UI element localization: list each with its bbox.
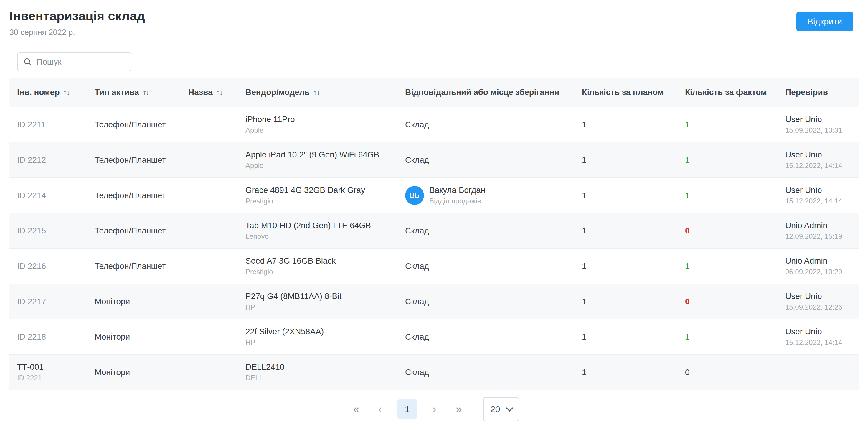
cell-inv-number: ID 2214 — [9, 191, 86, 200]
search-box[interactable] — [17, 53, 131, 71]
checked-by-name: Unio Admin — [785, 221, 859, 230]
cell-checked-by: User Unio15.09.2022, 13:31 — [777, 115, 859, 135]
cell-inv-number: ID 2216 — [9, 261, 86, 271]
cell-inv-number: ID 2218 — [9, 332, 86, 342]
model-label: Apple iPad 10.2'' (9 Gen) WiFi 64GB — [245, 150, 397, 160]
table-row[interactable]: ID 2216Телефон/ПланшетSeed A7 3G 16GB Bl… — [9, 249, 859, 284]
model-label: Grace 4891 4G 32GB Dark Gray — [245, 185, 397, 195]
pagination-prev-button[interactable]: ‹ — [373, 402, 387, 416]
inv-number-primary: ID 2211 — [17, 120, 86, 130]
cell-asset-type: Монітори — [86, 297, 180, 306]
cell-asset-type: Телефон/Планшет — [86, 191, 180, 200]
table-row[interactable]: ID 2211Телефон/ПланшетiPhone 11ProAppleС… — [9, 107, 859, 142]
table-row[interactable]: ID 2218Монітори22f Silver (2XN58AA)HPСкл… — [9, 319, 859, 355]
sort-icon: ↑↓ — [216, 88, 222, 97]
cell-checked-by: Unio Admin12.09.2022, 15:19 — [777, 221, 859, 240]
cell-inv-number: ID 2211 — [9, 120, 86, 130]
model-label: DELL2410 — [245, 362, 397, 372]
qty-fact-value: 1 — [685, 120, 690, 129]
responsible-text: Вакула БогданВідділ продажів — [429, 185, 485, 205]
inventory-page: Інвентаризація склад 30 серпня 2022 р. В… — [0, 0, 868, 431]
asset-type-label: Телефон/Планшет — [95, 191, 165, 200]
pagination-first-button[interactable]: « — [349, 402, 363, 416]
cell-vendor-model: P27q G4 (8MB11AA) 8-BitHP — [237, 292, 397, 311]
cell-qty-fact: 1 — [677, 332, 777, 342]
storage-place-label: Склад — [405, 297, 429, 306]
qty-plan-value: 1 — [582, 261, 587, 270]
search-icon — [23, 57, 32, 67]
cell-responsible: Склад — [397, 332, 574, 342]
responsible-department: Відділ продажів — [429, 197, 485, 205]
cell-responsible: ВБВакула БогданВідділ продажів — [397, 185, 574, 205]
cell-qty-plan: 1 — [574, 261, 677, 271]
cell-qty-fact: 1 — [677, 120, 777, 130]
cell-checked-by: User Unio15.12.2022, 14:14 — [777, 327, 859, 347]
vendor-label: Apple — [245, 126, 397, 135]
cell-qty-plan: 1 — [574, 120, 677, 130]
column-label: Кількість за фактом — [685, 88, 767, 97]
vendor-label: HP — [245, 339, 397, 347]
checked-by-name: User Unio — [785, 150, 859, 160]
page-title: Інвентаризація склад — [9, 9, 145, 23]
vendor-label: Apple — [245, 162, 397, 170]
cell-qty-plan: 1 — [574, 226, 677, 235]
page-size-value: 20 — [490, 404, 500, 414]
table-row[interactable]: ID 2215Телефон/ПланшетTab M10 HD (2nd Ge… — [9, 213, 859, 249]
pagination-next-button[interactable]: › — [427, 402, 441, 416]
cell-vendor-model: Grace 4891 4G 32GB Dark GrayPrestigio — [237, 185, 397, 205]
open-button[interactable]: Відкрити — [797, 12, 853, 31]
column-label: Назва — [188, 88, 212, 97]
cell-asset-type: Монітори — [86, 368, 180, 377]
model-label: Tab M10 HD (2nd Gen) LTE 64GB — [245, 221, 397, 230]
column-label: Вендор/модель — [245, 88, 310, 97]
column-header-vendor-model[interactable]: Вендор/модель ↑↓ — [237, 88, 397, 97]
qty-plan-value: 1 — [582, 368, 587, 377]
page-size-select[interactable]: 20 — [483, 397, 519, 421]
column-header-asset-type[interactable]: Тип актива ↑↓ — [86, 88, 180, 97]
qty-fact-value: 0 — [685, 368, 690, 377]
cell-qty-fact: 1 — [677, 261, 777, 271]
table-row[interactable]: ID 2214Телефон/ПланшетGrace 4891 4G 32GB… — [9, 178, 859, 213]
cell-asset-type: Монітори — [86, 332, 180, 342]
asset-type-label: Монітори — [95, 297, 130, 306]
vendor-label: Prestigio — [245, 268, 397, 276]
cell-responsible: Склад — [397, 226, 574, 235]
checked-by-name: User Unio — [785, 292, 859, 301]
page-header: Інвентаризація склад 30 серпня 2022 р. В… — [0, 0, 868, 37]
cell-asset-type: Телефон/Планшет — [86, 155, 180, 165]
cell-vendor-model: DELL2410DELL — [237, 362, 397, 382]
storage-place-label: Склад — [405, 120, 429, 130]
column-header-responsible: Відповідальний або місце зберігання — [397, 88, 574, 97]
storage-place-label: Склад — [405, 261, 429, 271]
search-area — [0, 37, 868, 71]
pagination-last-button[interactable]: » — [452, 402, 466, 416]
pagination-current-page[interactable]: 1 — [397, 399, 417, 419]
checked-at: 12.09.2022, 15:19 — [785, 232, 859, 240]
storage-place-label: Склад — [405, 368, 429, 377]
cell-asset-type: Телефон/Планшет — [86, 120, 180, 130]
inv-number-primary: ID 2218 — [17, 332, 86, 342]
qty-plan-value: 1 — [582, 226, 587, 235]
responsible-name: Вакула Богдан — [429, 185, 485, 195]
cell-inv-number: ID 2212 — [9, 155, 86, 165]
vendor-label: DELL — [245, 374, 397, 382]
qty-fact-value: 0 — [685, 226, 690, 235]
sort-icon: ↑↓ — [63, 88, 69, 97]
inv-number-primary: ID 2215 — [17, 226, 86, 235]
search-input[interactable] — [36, 57, 125, 67]
column-header-name[interactable]: Назва ↑↓ — [180, 88, 237, 97]
vendor-label: Lenovo — [245, 232, 397, 240]
column-label: Інв. номер — [17, 88, 60, 97]
model-label: iPhone 11Pro — [245, 115, 397, 124]
cell-responsible: Склад — [397, 368, 574, 377]
table-row[interactable]: ID 2212Телефон/ПланшетApple iPad 10.2'' … — [9, 142, 859, 178]
table-row[interactable]: ТТ-001ID 2221МоніториDELL2410DELLСклад10 — [9, 355, 859, 390]
column-header-inv-number[interactable]: Інв. номер ↑↓ — [9, 88, 86, 97]
model-label: 22f Silver (2XN58AA) — [245, 327, 397, 336]
table-row[interactable]: ID 2217МоніториP27q G4 (8MB11AA) 8-BitHP… — [9, 284, 859, 319]
cell-qty-fact: 1 — [677, 191, 777, 200]
cell-inv-number: ID 2217 — [9, 297, 86, 306]
vendor-label: Prestigio — [245, 197, 397, 205]
checked-by-name: User Unio — [785, 327, 859, 336]
column-header-qty-plan: Кількість за планом — [574, 88, 677, 97]
